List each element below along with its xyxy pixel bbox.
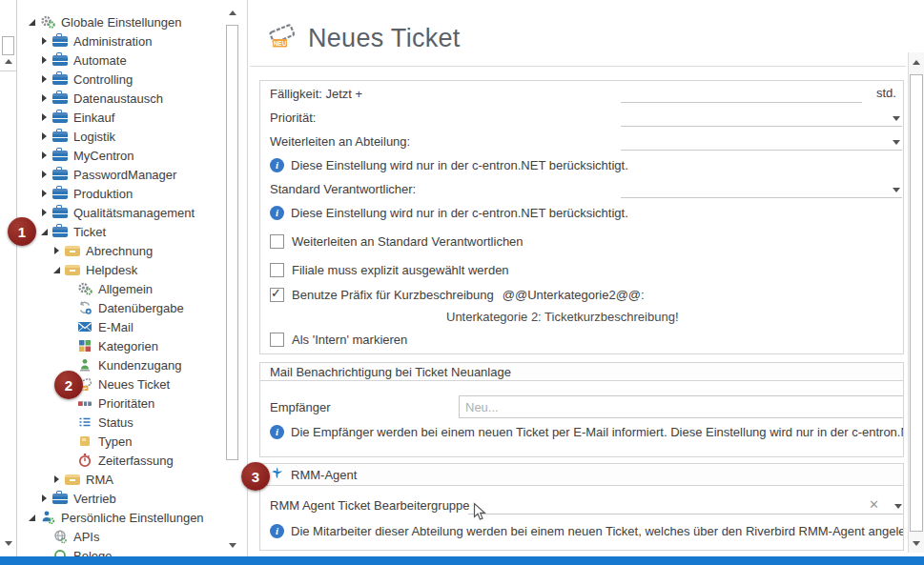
intern-checkbox[interactable] (270, 333, 284, 347)
sidebar-item-mycentron[interactable]: MyCentron (17, 146, 225, 165)
briefcase-icon (52, 91, 68, 106)
briefcase-icon (52, 167, 68, 182)
briefcase-icon (52, 224, 68, 239)
chevron-expanded-icon[interactable] (27, 511, 38, 524)
header-divider (250, 66, 906, 67)
mail-icon (77, 319, 92, 334)
chevron-right-icon[interactable] (39, 187, 51, 200)
briefcase-icon (52, 205, 68, 220)
sidebar-item-persoenliche-einstellungen[interactable]: Persönliche Einstellungen (17, 508, 225, 527)
tree-label: MyCentron (73, 149, 134, 163)
sidebar-item-administration[interactable]: Administration (17, 31, 225, 50)
chevron-right-icon[interactable] (39, 53, 51, 67)
page-header: NEU Neues Ticket (267, 19, 461, 57)
chevron-down-icon (894, 504, 902, 509)
tree-indent-spacer (64, 358, 75, 372)
prioritaet-label: Priorität: (270, 111, 316, 125)
intern-checkbox-row: Als 'Intern' markieren (260, 330, 903, 349)
left-scrollbar-thumb[interactable] (2, 36, 14, 55)
sidebar-item-kategorien[interactable]: Kategorien (17, 336, 225, 355)
sidebar-item-rma[interactable]: RMA (17, 470, 225, 489)
sidebar-item-prioritaeten[interactable]: Prioritäten (17, 393, 225, 413)
sidebar-item-abrechnung[interactable]: Abrechnung (17, 241, 225, 260)
sidebar-item-e-mail[interactable]: E-Mail (17, 317, 225, 336)
standard-verantwortlicher-dropdown[interactable] (621, 180, 902, 198)
chevron-right-icon[interactable] (39, 91, 51, 105)
faelligkeit-input[interactable] (621, 85, 862, 103)
sidebar-item-produktion[interactable]: Produktion (17, 184, 225, 203)
info-icon (270, 158, 284, 172)
sidebar-item-ticket[interactable]: Ticket (17, 222, 225, 241)
rmm-bearbeitergruppe-dropdown[interactable]: ✕ (468, 496, 904, 515)
filiale-checkbox[interactable] (270, 263, 284, 277)
main-scrollbar[interactable] (908, 52, 924, 553)
sidebar-item-zeiterfassung[interactable]: Zeiterfassung (17, 451, 225, 470)
tree-label: Persönliche Einstellungen (61, 511, 204, 525)
bird-icon (270, 466, 284, 483)
chevron-right-icon[interactable] (51, 244, 63, 257)
sidebar-item-helpdesk[interactable]: Helpdesk (17, 260, 225, 279)
main-scrollbar-thumb[interactable] (910, 74, 923, 532)
chevron-right-icon[interactable] (39, 206, 51, 219)
main-scroll-down-button[interactable] (909, 536, 923, 551)
chevron-right-icon[interactable] (39, 130, 51, 143)
sidebar-item-neues-ticket[interactable]: Neues Ticket (17, 374, 225, 393)
sidebar-item-automate[interactable]: Automate (17, 50, 225, 70)
chevron-expanded-icon[interactable] (51, 263, 63, 276)
sidebar-item-typen[interactable]: Typen (17, 432, 225, 451)
sidebar-item-allgemein[interactable]: Allgemein (17, 279, 225, 298)
chevron-right-icon[interactable] (39, 111, 51, 124)
faelligkeit-unit: std. (876, 86, 896, 100)
weiterleiten-checkbox-row: Weiterleiten an Standard Verantwortliche… (260, 232, 903, 251)
sidebar-item-einkauf[interactable]: Einkauf (17, 108, 225, 127)
main-scroll-up-button[interactable] (909, 55, 923, 70)
tree-scroll-down-button[interactable] (225, 538, 239, 553)
chevron-down-icon (893, 140, 900, 145)
sidebar-item-qualitaetsmanagement[interactable]: Qualitätsmanagement (17, 203, 225, 222)
sidebar-item-apis[interactable]: APIs (17, 527, 225, 546)
tree-label: Ticket (73, 225, 106, 239)
left-scroll-down-button[interactable] (1, 536, 15, 551)
sidebar-item-datenaustausch[interactable]: Datenaustausch (17, 89, 225, 108)
left-scroll-up-button[interactable] (1, 54, 15, 69)
sidebar-item-controlling[interactable]: Controlling (17, 70, 225, 89)
sidebar-item-kundenzugang[interactable]: Kundenzugang (17, 355, 225, 374)
sidebar-item-status[interactable]: Status (17, 413, 225, 432)
sidebar-item-passwordmanager[interactable]: PasswordManager (17, 165, 225, 184)
checkbox-label: Als 'Intern' markieren (292, 333, 407, 347)
tree-scrollbar-thumb[interactable] (226, 25, 238, 460)
chevron-expanded-icon[interactable] (39, 225, 51, 238)
info-row-2: Diese Einstellung wird nur in der c-entr… (260, 203, 903, 222)
sidebar-item-vertrieb[interactable]: Vertrieb (17, 489, 225, 508)
tree-label: Controlling (73, 72, 133, 87)
sidebar-item-globale-einstellungen[interactable]: Globale Einstellungen (17, 12, 225, 31)
sidebar-item-logistik[interactable]: Logistik (17, 127, 225, 146)
chevron-right-icon[interactable] (51, 473, 63, 486)
weiterleiten-checkbox[interactable] (270, 234, 284, 249)
chevron-right-icon[interactable] (39, 34, 51, 48)
praefix-checkbox-row: Benutze Präfix für Kurzbeschreibung @@Un… (260, 285, 903, 304)
sidebar-item-datenuebergabe[interactable]: Datenübergabe (17, 298, 225, 317)
chevron-expanded-icon[interactable] (27, 15, 38, 29)
mail-notification-group: Mail Benachrichtigung bei Ticket Neuanla… (259, 362, 904, 457)
triangle-down-icon (913, 541, 920, 546)
tree-label: Neues Ticket (98, 377, 170, 392)
praefix-value[interactable]: @@Unterkategorie2@@: (503, 288, 645, 302)
checkbox-label: Benutze Präfix für Kurzbeschreibung (292, 288, 494, 302)
praefix-checkbox[interactable] (270, 288, 284, 302)
tree-label: Produktion (73, 187, 133, 201)
empfaenger-input[interactable] (459, 395, 904, 418)
briefcase-icon (52, 110, 68, 125)
clear-icon[interactable]: ✕ (869, 497, 879, 512)
tree-scroll-up-button[interactable] (225, 6, 239, 20)
prioritaet-dropdown[interactable] (621, 109, 902, 127)
chevron-right-icon[interactable] (39, 168, 51, 181)
filiale-checkbox-row: Filiale muss explizit ausgewählt werden (260, 260, 903, 279)
tree-scrollbar[interactable] (225, 4, 239, 555)
chevron-right-icon[interactable] (39, 149, 51, 162)
faelligkeit-row: Fälligkeit: Jetzt + std. (260, 84, 903, 103)
chevron-right-icon[interactable] (39, 72, 51, 86)
chevron-right-icon[interactable] (39, 492, 51, 505)
tree-label: Abrechnung (86, 244, 153, 258)
weiterleiten-abteilung-dropdown[interactable] (621, 132, 902, 151)
